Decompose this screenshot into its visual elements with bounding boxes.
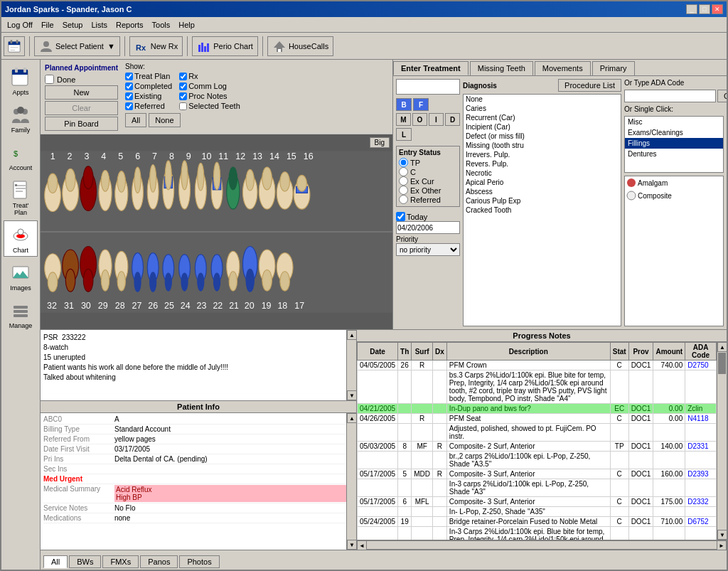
diag-defect[interactable]: Defect (or miss fill) — [464, 132, 621, 141]
btn-f[interactable]: F — [413, 98, 429, 111]
all-button[interactable]: All — [125, 113, 146, 127]
table-row[interactable]: bs.3 Carps 2%Lido/1:100k epi. Blue bite … — [358, 370, 717, 404]
select-patient-dropdown[interactable]: ▼ — [107, 42, 115, 50]
diag-incipient[interactable]: Incipient (Car) — [464, 122, 621, 132]
pn-scroll-up[interactable]: ▲ — [717, 342, 727, 352]
tab-fmxs[interactable]: FMXs — [102, 555, 139, 568]
table-row[interactable]: 05/17/2005 5 MDD R Composite- 3 Surf, An… — [358, 469, 717, 479]
diag-necrotic[interactable]: Necrotic — [464, 169, 621, 178]
btn-b[interactable]: B — [396, 98, 412, 111]
sidebar-item-chart[interactable]: Chart — [4, 220, 38, 257]
btn-d[interactable]: D — [445, 113, 460, 126]
diag-revers[interactable]: Revers. Pulp. — [464, 159, 621, 169]
pn-table-container[interactable]: Date Th Surf Dx Description Stat Prov Am… — [357, 342, 717, 540]
table-row[interactable]: 04/21/2005 In-Dup pano and bws for? EC D… — [358, 404, 717, 414]
minimize-button[interactable]: _ — [686, 4, 697, 14]
btn-m[interactable]: M — [396, 113, 411, 126]
sub-amalgam[interactable]: Amalgam — [625, 176, 723, 189]
date-input[interactable] — [396, 221, 460, 234]
tab-panos[interactable]: Panos — [140, 555, 178, 568]
sidebar-item-images[interactable]: Images — [4, 258, 38, 294]
btn-i[interactable]: I — [429, 113, 444, 126]
close-button[interactable]: ✕ — [712, 4, 723, 14]
table-row[interactable]: Adjusted, polished, showed to pt. FujiCe… — [358, 424, 717, 442]
tab-missing-teeth[interactable]: Missing Teeth — [470, 61, 533, 75]
menu-tools[interactable]: Tools — [148, 19, 175, 31]
cat-misc[interactable]: Misc — [625, 117, 723, 127]
scroll-up-arrow[interactable]: ▲ — [347, 330, 356, 340]
tab-enter-treatment[interactable]: Enter Treatment — [393, 61, 469, 75]
menu-logoff[interactable]: Log Off — [3, 19, 37, 31]
table-row[interactable]: 05/24/2005 19 Bridge retainer-Porcelain … — [358, 517, 717, 527]
pin-board-button[interactable]: Pin Board — [45, 117, 118, 131]
perio-chart-button[interactable]: Perio Chart — [192, 36, 258, 56]
table-row[interactable]: 04/05/2005 26 R PFM Crown C DOC1 740.00 … — [358, 361, 717, 370]
today-checkbox[interactable] — [396, 212, 405, 221]
pn-h-scroll-left[interactable]: ◄ — [357, 540, 367, 550]
diag-none[interactable]: None — [464, 95, 621, 104]
svg-text:18: 18 — [277, 301, 287, 311]
diag-carious-pulp[interactable]: Carious Pulp Exp — [464, 196, 621, 206]
appts-toolbar-btn[interactable] — [4, 36, 25, 56]
new-button[interactable]: New — [45, 85, 118, 100]
sub-composite[interactable]: Composite — [625, 189, 723, 202]
sidebar-item-family[interactable]: Family — [4, 100, 38, 137]
pn-h-scroll-right[interactable]: ► — [717, 540, 727, 550]
diag-apical[interactable]: Apical Perio — [464, 178, 621, 187]
diag-cracked[interactable]: Cracked Tooth — [464, 206, 621, 215]
procedure-list-button[interactable]: Procedure List — [558, 79, 621, 92]
btn-o[interactable]: O — [412, 113, 427, 126]
tab-movements[interactable]: Movements — [535, 61, 591, 75]
new-rx-button[interactable]: Rx New Rx — [129, 36, 183, 56]
table-row[interactable]: In-3 carps 2%Lido/1:100k epi. L-Pop, Z-2… — [358, 479, 717, 497]
menu-lists[interactable]: Lists — [87, 19, 112, 31]
diag-recurrent[interactable]: Recurrent (Car) — [464, 113, 621, 122]
diag-missing[interactable]: Missing (tooth stru — [464, 141, 621, 150]
sidebar-item-account[interactable]: $ Account — [4, 138, 38, 174]
cat-exams[interactable]: Exams/Cleanings — [625, 127, 723, 138]
svg-rect-1 — [9, 41, 20, 45]
patient-scroll-down[interactable]: ▼ — [347, 540, 356, 550]
big-button[interactable]: Big — [370, 137, 390, 148]
sidebar-item-treat-plan[interactable]: Treat' Plan — [4, 176, 38, 219]
tab-all[interactable]: All — [43, 555, 68, 568]
table-row[interactable]: br.,2 carps 2%Lido/1:100k epi. L-Pop, Z-… — [358, 452, 717, 469]
table-row[interactable]: 05/17/2005 6 MFL Composite- 3 Surf, Ante… — [358, 497, 717, 507]
diag-irrevers[interactable]: Irrevers. Pulp. — [464, 150, 621, 159]
sidebar-item-appts[interactable]: Appts — [4, 63, 38, 99]
menu-help[interactable]: Help — [174, 19, 199, 31]
maximize-button[interactable]: □ — [699, 4, 710, 14]
btn-l[interactable]: L — [396, 128, 412, 141]
table-row[interactable]: 04/26/2005 R PFM Seat C DOC1 0.00 N4118 — [358, 414, 717, 424]
tab-bws[interactable]: BWs — [69, 555, 101, 568]
select-patient-button[interactable]: Select Patient ▼ — [34, 36, 120, 56]
clear-button[interactable]: Clear — [45, 101, 118, 115]
scroll-down-arrow[interactable]: ▼ — [347, 390, 356, 400]
table-row[interactable]: In-3 Carps 2%Lido/1:100k epi. Blue bite … — [358, 527, 717, 540]
menu-reports[interactable]: Reports — [112, 19, 148, 31]
table-row[interactable]: 05/03/2005 8 MF R Composite- 2 Surf, Ant… — [358, 442, 717, 452]
sidebar-item-manage[interactable]: Manage — [4, 296, 38, 332]
patient-scroll-up[interactable]: ▲ — [347, 413, 356, 423]
cat-dentures[interactable]: Dentures — [625, 149, 723, 159]
bottom-tabs: All BWs FMXs Panos Photos — [41, 550, 727, 570]
cat-fillings[interactable]: Fillings — [625, 138, 723, 149]
menu-file[interactable]: File — [37, 19, 58, 31]
tab-photos[interactable]: Photos — [179, 555, 219, 568]
done-checkbox[interactable] — [45, 75, 54, 84]
ok-button[interactable]: OK — [717, 90, 727, 102]
house-calls-button[interactable]: HouseCalls — [267, 36, 333, 56]
diag-abscess[interactable]: Abscess — [464, 187, 621, 196]
table-row[interactable]: In- L-Pop, Z-250, Shade "A35" — [358, 507, 717, 517]
entry-input[interactable] — [396, 79, 460, 95]
pn-scroll-down[interactable]: ▼ — [717, 530, 727, 540]
tab-primary[interactable]: Primary — [592, 61, 635, 75]
col-stat: Stat — [610, 343, 628, 361]
priority-select[interactable]: no priority — [396, 243, 460, 256]
scroll-track — [347, 340, 356, 390]
diag-caries[interactable]: Caries — [464, 104, 621, 113]
chart-label: Chart — [13, 247, 28, 254]
ada-code-input[interactable] — [624, 90, 716, 102]
none-button[interactable]: None — [149, 113, 180, 127]
menu-setup[interactable]: Setup — [58, 19, 87, 31]
